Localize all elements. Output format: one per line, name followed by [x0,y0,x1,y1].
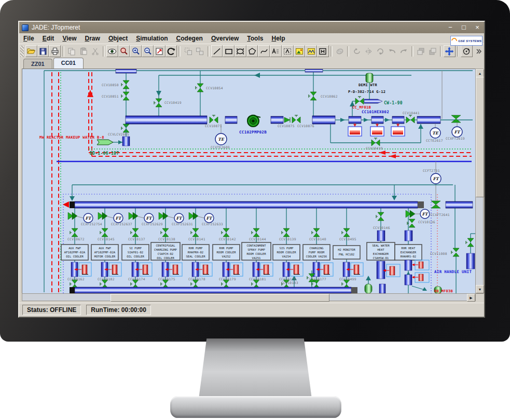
svg-text:CCV10145: CCV10145 [98,237,115,241]
open-button[interactable] [25,45,37,57]
pid-diagram: AUX FWPAF102PMP-02AOIL COOLER AUX FWPAF1… [22,69,475,293]
frame-h-icon [318,47,327,56]
image-tool-button[interactable] [294,45,306,57]
undo-icon [388,47,397,56]
menu-tools[interactable]: Tools [243,35,267,42]
image-frame-tool-button[interactable] [305,45,317,57]
mirror-button[interactable] [363,45,375,57]
makeup-water-label: MW REACTOR MAKEUP WATER B-8 [39,135,104,140]
svg-text:CCXFIS2631: CCXFIS2631 [172,222,193,226]
save-button[interactable] [37,45,49,57]
vertical-scrollbar[interactable]: ▲ ▼ [475,69,484,294]
text-tool-button[interactable] [270,45,282,57]
zoom-out-button[interactable] [142,45,154,57]
preview-button[interactable] [106,45,118,57]
zoom-fit-button[interactable] [154,45,166,57]
redo-button[interactable] [398,45,410,57]
zoom-in-icon [131,47,141,56]
menu-file[interactable]: File [19,35,38,42]
app-window: JADE: JTopmeret − □ × File Edit View Dra… [18,21,485,318]
menu-object[interactable]: Object [104,35,132,42]
svg-text:CCV10176: CCV10176 [279,277,296,281]
svg-text:SIS PUMP: SIS PUMP [280,247,294,250]
curve-tool-button[interactable] [258,45,270,57]
minimize-button[interactable]: − [444,22,457,33]
scroll-right-arrow[interactable]: ▶ [467,294,475,302]
cut-button[interactable] [89,45,101,57]
horizontal-scroll-thumb[interactable] [111,294,329,302]
equipment-label: AUX FWP [68,247,81,250]
polygon-tool-button[interactable] [246,45,258,57]
vertical-scroll-thumb[interactable] [476,77,484,197]
toolbar-handle[interactable] [20,46,24,57]
scissors-icon [91,47,100,56]
rotate-left-icon [352,47,362,56]
tab-zz01[interactable]: ZZ01 [23,59,52,69]
svg-text:CCV10441: CCV10441 [403,111,420,115]
toolbar-overflow-button[interactable] [473,45,485,57]
paint-tool-button[interactable] [334,45,346,57]
zoom-in-button[interactable] [130,45,142,57]
menu-edit[interactable]: Edit [38,35,59,42]
close-button[interactable]: × [471,22,484,33]
svg-text:CCVLCV2605: CCVLCV2605 [108,132,129,136]
equipment-boxes: AUX FWPAF102PMP-02AOIL COOLER AUX FWPAF1… [61,242,422,260]
paste-button[interactable] [78,45,90,57]
svg-text:CCV10419: CCV10419 [164,101,182,104]
svg-text:CCXFT2641: CCXFT2641 [431,213,450,216]
undo-button[interactable] [386,45,398,57]
svg-text:CCV11008: CCV11008 [430,252,447,255]
svg-text:AF102PMP-02A: AF102PMP-02A [94,251,116,254]
svg-text:CCV10146: CCV10146 [373,226,390,229]
scroll-down-arrow[interactable]: ▼ [476,285,484,293]
menu-help[interactable]: Help [267,35,289,42]
diagram-canvas[interactable]: AUX FWPAF102PMP-02AOIL COOLER AUX FWPAF1… [22,69,476,294]
curve-icon [259,47,269,56]
text-box-icon [283,47,292,56]
print-button[interactable] [49,45,61,57]
rotate-object-button[interactable] [461,45,473,57]
horizontal-scrollbar[interactable]: ▶ [22,293,476,301]
menu-view[interactable]: View [58,35,80,42]
menu-simulation[interactable]: Simulation [132,35,172,42]
svg-text:FT: FT [86,216,92,221]
copy-icon [67,47,76,56]
svg-text:FT: FT [116,216,122,221]
menu-overview[interactable]: Overview [207,35,243,42]
ellipse-tool-button[interactable] [235,45,246,57]
svg-text:CONTAINMENT: CONTAINMENT [246,244,266,247]
svg-text:SEAL WATER: SEAL WATER [372,244,390,247]
hx-label: CC101HEX002 [362,110,389,114]
svg-text:ROOM COOLER: ROOM COOLER [277,251,296,254]
titlebar[interactable]: JADE: JTopmeret − □ × [19,22,484,33]
find-button[interactable] [118,45,130,57]
send-to-back-button[interactable] [426,45,438,57]
svg-text:PNL HC102: PNL HC102 [339,253,354,256]
group-button[interactable] [182,45,194,57]
svg-text:CCV10177: CCV10177 [309,277,326,281]
maximize-button[interactable]: □ [457,22,471,33]
svg-text:CCXFT2619: CCXFT2619 [446,137,465,140]
menu-draw[interactable]: Draw [81,35,104,42]
rotate-left-button[interactable] [351,45,363,57]
ungroup-button[interactable] [194,45,206,57]
zoom-fit-icon [155,47,164,56]
tab-bar: ZZ01 CC01 [19,58,484,69]
svg-text:ROOM COOLER: ROOM COOLER [246,252,266,255]
air-handle-label: AIR HANDLE UNIT [434,269,472,274]
refresh-button[interactable] [166,45,177,57]
line-tool-button[interactable] [211,45,223,57]
frame-tool-button[interactable] [317,45,329,57]
menu-codegen[interactable]: Codegen [172,35,207,42]
scroll-up-arrow[interactable]: ▲ [476,69,484,77]
zoom-out-icon [143,47,153,56]
rotate-button[interactable] [375,45,387,57]
bring-to-front-button[interactable] [415,45,427,57]
svg-text:CCXFIS2633: CCXFIS2633 [202,222,223,226]
monitor-stand-base [170,396,341,418]
rectangle-tool-button[interactable] [223,45,235,57]
tab-cc01[interactable]: CC01 [53,58,84,69]
copy-button[interactable] [66,45,78,57]
text-box-tool-button[interactable] [282,45,294,57]
move-tool-button[interactable] [444,45,456,57]
